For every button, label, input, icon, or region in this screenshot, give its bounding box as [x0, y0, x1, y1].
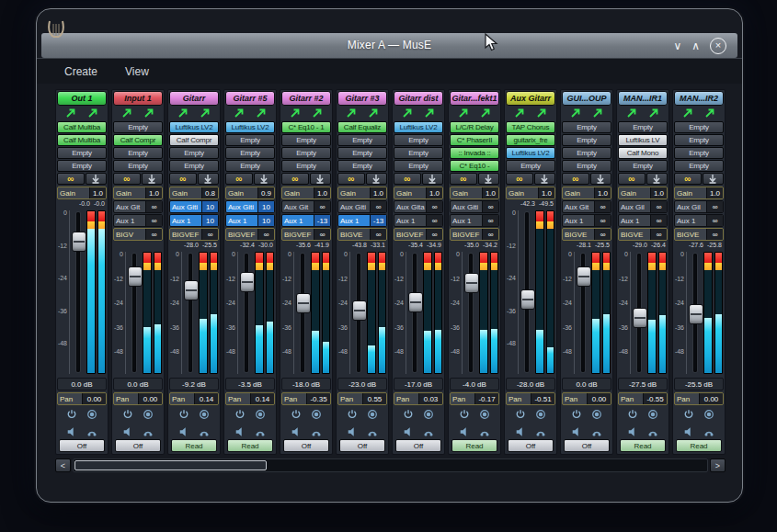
stereo-link-button[interactable]: ∞ [225, 173, 253, 185]
aux-send-row[interactable]: Aux 1∞ [450, 214, 499, 227]
pre-fader-button[interactable] [590, 173, 611, 185]
record-arm-button[interactable] [86, 407, 97, 424]
effect-slot[interactable]: Empty [57, 147, 107, 159]
stereo-link-button[interactable]: ∞ [450, 173, 477, 185]
track-name-button[interactable]: Gitarr #5 [225, 91, 275, 106]
track-name-button[interactable]: Gitarr dist [394, 91, 443, 106]
gain-value[interactable]: 1.0 [89, 187, 106, 198]
fader-db-field[interactable]: -9.2 dB [169, 378, 219, 391]
track-name-button[interactable]: Aux Gitarr [506, 91, 555, 106]
automation-mode-button[interactable]: Off [59, 439, 105, 452]
send-value[interactable]: ∞ [426, 201, 442, 212]
fader-db-field[interactable]: 0.0 dB [113, 378, 163, 391]
automation-mode-button[interactable]: Read [676, 439, 722, 452]
input-routing-button[interactable] [121, 106, 132, 122]
fader-handle[interactable] [184, 280, 199, 300]
send-value[interactable]: ∞ [257, 229, 274, 240]
effect-slot[interactable]: Empty [394, 147, 443, 159]
power-button[interactable] [178, 407, 189, 424]
power-button[interactable] [66, 407, 77, 424]
stereo-link-button[interactable]: ∞ [618, 173, 646, 185]
automation-mode-button[interactable]: Off [115, 439, 161, 452]
pan-value[interactable]: -0.17 [474, 393, 498, 404]
aux-send-row[interactable]: Aux Giti∞ [337, 200, 387, 213]
power-button[interactable] [459, 407, 470, 424]
send-value[interactable]: 10 [201, 215, 218, 226]
aux-send-row[interactable]: Aux 1-13 [281, 214, 331, 227]
effect-slot[interactable]: Calf Compr [169, 134, 219, 146]
stereo-link-button[interactable]: ∞ [57, 173, 85, 185]
record-arm-button[interactable] [591, 407, 602, 424]
output-bus-row[interactable]: BIGVE∞ [337, 228, 387, 241]
send-value[interactable]: ∞ [370, 229, 386, 240]
output-bus-row[interactable]: BIGVE∞ [562, 228, 611, 241]
aux-send-row[interactable]: Aux Gil∞ [618, 200, 668, 213]
send-value[interactable]: ∞ [426, 229, 442, 240]
track-name-button[interactable]: Gitarr [169, 91, 219, 106]
record-arm-button[interactable] [423, 407, 434, 424]
fader-handle[interactable] [408, 292, 423, 312]
output-routing-button[interactable] [143, 106, 154, 122]
gain-value[interactable]: 1.0 [145, 187, 162, 198]
input-routing-button[interactable] [177, 106, 189, 122]
effect-slot[interactable]: Empty [674, 134, 724, 146]
output-routing-button[interactable] [704, 106, 715, 122]
pan-value[interactable]: 0.03 [418, 393, 442, 404]
automation-mode-button[interactable]: Read [451, 439, 497, 452]
effect-slot[interactable]: Empty [337, 147, 387, 159]
power-button[interactable] [683, 407, 694, 424]
fader-handle[interactable] [72, 232, 86, 252]
effect-slot[interactable]: Empty [618, 121, 668, 133]
fader-handle[interactable] [577, 266, 591, 287]
stereo-link-button[interactable]: ∞ [562, 173, 589, 185]
automation-mode-button[interactable]: Read [620, 439, 666, 452]
input-routing-button[interactable] [514, 106, 525, 122]
fader-db-field[interactable]: -27.5 dB [618, 378, 668, 391]
menu-create[interactable]: Create [64, 65, 97, 78]
effect-slot[interactable]: Empty [674, 121, 724, 133]
stereo-link-button[interactable]: ∞ [337, 173, 365, 185]
fader-handle[interactable] [633, 308, 647, 328]
track-name-button[interactable]: MAN...IR1 [618, 91, 668, 106]
fader-db-field[interactable]: -17.0 dB [394, 378, 443, 391]
output-routing-button[interactable] [592, 106, 603, 122]
output-bus-row[interactable]: BIGVEF∞ [281, 228, 331, 241]
input-routing-button[interactable] [682, 106, 693, 122]
send-value[interactable]: ∞ [482, 201, 498, 212]
output-routing-button[interactable] [200, 106, 211, 122]
output-bus-row[interactable]: BIGV∞ [113, 228, 163, 241]
send-value[interactable]: ∞ [482, 215, 498, 226]
power-button[interactable] [234, 407, 246, 424]
track-name-button[interactable]: MAN...IR2 [674, 91, 724, 106]
volume-fader[interactable] [633, 252, 646, 374]
effect-slot[interactable]: Empty [337, 134, 387, 146]
send-value[interactable]: ∞ [706, 201, 723, 212]
aux-send-row[interactable]: Aux 1-13 [337, 214, 387, 227]
automation-mode-button[interactable]: Off [508, 439, 554, 452]
power-button[interactable] [347, 407, 358, 424]
record-arm-button[interactable] [703, 407, 714, 424]
send-value[interactable]: ∞ [706, 229, 723, 240]
track-name-button[interactable]: Gitar...fekt1 [450, 91, 499, 106]
send-value[interactable]: -13 [370, 215, 386, 226]
aux-send-row[interactable]: Aux 1∞ [562, 214, 611, 227]
volume-fader[interactable] [689, 252, 702, 374]
aux-send-row[interactable]: Aux 110 [169, 214, 219, 227]
aux-send-row[interactable]: Aux Giti∞ [450, 200, 499, 213]
pre-fader-button[interactable] [366, 173, 387, 185]
fader-db-field[interactable]: -28.0 dB [506, 378, 555, 391]
send-value[interactable]: 10 [257, 201, 274, 212]
menu-view[interactable]: View [125, 65, 149, 78]
effect-slot[interactable]: Empty [281, 134, 331, 146]
unshade-button chevron-up-icon[interactable]: ∧ [691, 40, 700, 51]
gain-value[interactable]: 1.0 [706, 187, 723, 198]
pre-fader-button[interactable] [478, 173, 499, 185]
aux-send-row[interactable]: Aux Gita∞ [394, 200, 443, 213]
effect-slot[interactable]: Empty [281, 147, 331, 159]
gain-value[interactable]: 1.0 [426, 187, 442, 198]
track-name-button[interactable]: GUI...OUP [562, 91, 611, 106]
record-arm-button[interactable] [311, 407, 322, 424]
fader-db-field[interactable]: 0.0 dB [57, 378, 107, 391]
power-button[interactable] [403, 407, 414, 424]
pan-value[interactable]: 0.00 [699, 393, 723, 404]
